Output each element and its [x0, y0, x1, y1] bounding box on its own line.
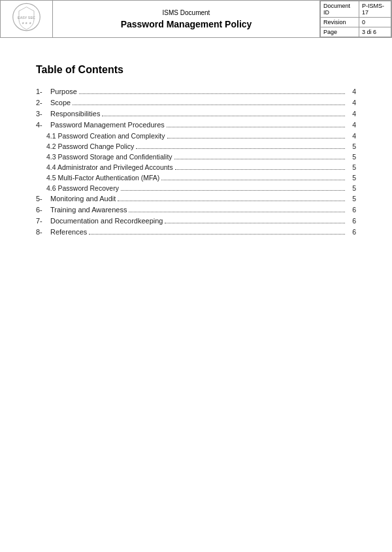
toc-item: 4.4 Administrator and Privileged Account… — [36, 163, 356, 172]
toc-item-label: Documentation and Recordkeeping — [50, 217, 163, 225]
toc-item-label: References — [50, 228, 87, 236]
toc-item-dots — [174, 159, 345, 159]
page-label: Page — [321, 27, 359, 37]
toc-item-label: Monitoring and Audit — [50, 195, 116, 203]
toc-item-page: 4 — [347, 110, 356, 118]
toc-item-dots — [79, 93, 345, 94]
toc-item-label: 4.2 Password Change Policy — [46, 142, 134, 150]
revision-value: 0 — [359, 18, 391, 27]
toc-item-dots — [89, 234, 345, 235]
toc-item-dots — [165, 223, 345, 223]
toc-item: 4-Password Management Procedures4 — [36, 121, 356, 129]
doc-id-label: Document ID — [321, 1, 359, 18]
toc-item-dots — [167, 127, 345, 127]
toc-item: 1-Purpose4 — [36, 88, 356, 96]
toc-item-num: 1- — [36, 88, 50, 95]
toc-item-label: Responsibilities — [50, 110, 100, 118]
toc-item-page: 5 — [347, 153, 356, 161]
toc-item: 3-Responsibilities4 — [36, 110, 356, 118]
toc-item-page: 4 — [347, 132, 356, 140]
toc-item-label: 4.6 Password Recovery — [46, 184, 119, 192]
toc-item: 7-Documentation and Recordkeeping6 — [36, 217, 356, 225]
toc-item-label: Scope — [50, 99, 71, 106]
toc-item: 8-References6 — [36, 228, 356, 236]
toc-item-num: 7- — [36, 217, 50, 225]
toc-item-page: 5 — [347, 174, 356, 182]
toc-item-label: 4.3 Password Storage and Confidentiality — [46, 153, 172, 161]
doc-id-value: P-ISMS-17 — [359, 1, 391, 18]
doc-type-label: ISMS Document — [57, 9, 316, 16]
toc-item-num: 3- — [36, 110, 50, 118]
toc-item-label: 4.1 Password Creation and Complexity — [46, 132, 165, 140]
logo-icon: EASY SEC ★ ★ ★ — [8, 2, 44, 35]
toc-item-num: 4- — [36, 121, 50, 129]
toc-item: 6-Training and Awareness6 — [36, 206, 356, 214]
toc-item-dots — [161, 180, 345, 180]
toc-item-page: 4 — [347, 99, 356, 106]
header-table: EASY SEC ★ ★ ★ ISMS Document Password Ma… — [0, 0, 392, 38]
toc-item-num: 2- — [36, 99, 50, 106]
revision-label: Revision — [321, 18, 359, 27]
toc-item-label: 4.4 Administrator and Privileged Account… — [46, 163, 173, 171]
toc-item-label: 4.5 Multi-Factor Authentication (MFA) — [46, 174, 159, 182]
toc-item-dots — [73, 105, 345, 105]
toc-item-dots — [129, 212, 345, 212]
toc-item-page: 5 — [347, 195, 356, 203]
toc-item-page: 5 — [347, 142, 356, 150]
toc-item: 4.5 Multi-Factor Authentication (MFA)5 — [36, 174, 356, 182]
doc-title: Password Management Policy — [57, 19, 316, 29]
toc-item-label: Password Management Procedures — [50, 121, 165, 129]
toc-list: 1-Purpose42-Scope43-Responsibilities44-P… — [36, 88, 356, 236]
svg-text:EASY SEC: EASY SEC — [18, 16, 35, 20]
logo-cell: EASY SEC ★ ★ ★ — [1, 1, 53, 38]
toc-item: 5-Monitoring and Audit5 — [36, 195, 356, 203]
toc-item-dots — [121, 190, 345, 191]
toc-item-page: 4 — [347, 121, 356, 129]
toc-item-dots — [136, 148, 345, 149]
meta-cell: Document ID P-ISMS-17 Revision 0 Page 3 … — [320, 1, 392, 38]
toc-item-page: 6 — [347, 206, 356, 214]
toc-item-num: 6- — [36, 206, 50, 214]
toc-item-page: 4 — [347, 88, 356, 95]
toc-item-num: 5- — [36, 195, 50, 203]
toc-item-dots — [102, 116, 345, 116]
page-value: 3 di 6 — [359, 27, 391, 37]
toc-item-dots — [118, 201, 345, 201]
toc-item: 2-Scope4 — [36, 99, 356, 107]
toc-item-page: 6 — [347, 217, 356, 225]
toc-item-page: 5 — [347, 163, 356, 171]
toc-item: 4.2 Password Change Policy5 — [36, 142, 356, 151]
toc-item-num: 8- — [36, 228, 50, 236]
doc-type-cell: ISMS Document Password Management Policy — [53, 1, 320, 38]
toc-item-label: Training and Awareness — [50, 206, 127, 214]
svg-text:★ ★ ★: ★ ★ ★ — [22, 22, 32, 25]
toc-item-page: 6 — [347, 228, 356, 236]
toc-item-label: Purpose — [50, 88, 77, 95]
toc-item-dots — [175, 169, 345, 170]
toc-item: 4.3 Password Storage and Confidentiality… — [36, 153, 356, 161]
toc-item-page: 5 — [347, 184, 356, 192]
toc-heading: Table of Contents — [36, 64, 356, 76]
content-area: Table of Contents 1-Purpose42-Scope43-Re… — [0, 38, 392, 265]
page: EASY SEC ★ ★ ★ ISMS Document Password Ma… — [0, 0, 392, 552]
toc-item: 4.6 Password Recovery5 — [36, 184, 356, 193]
toc-item-dots — [167, 138, 345, 138]
toc-item: 4.1 Password Creation and Complexity4 — [36, 132, 356, 140]
